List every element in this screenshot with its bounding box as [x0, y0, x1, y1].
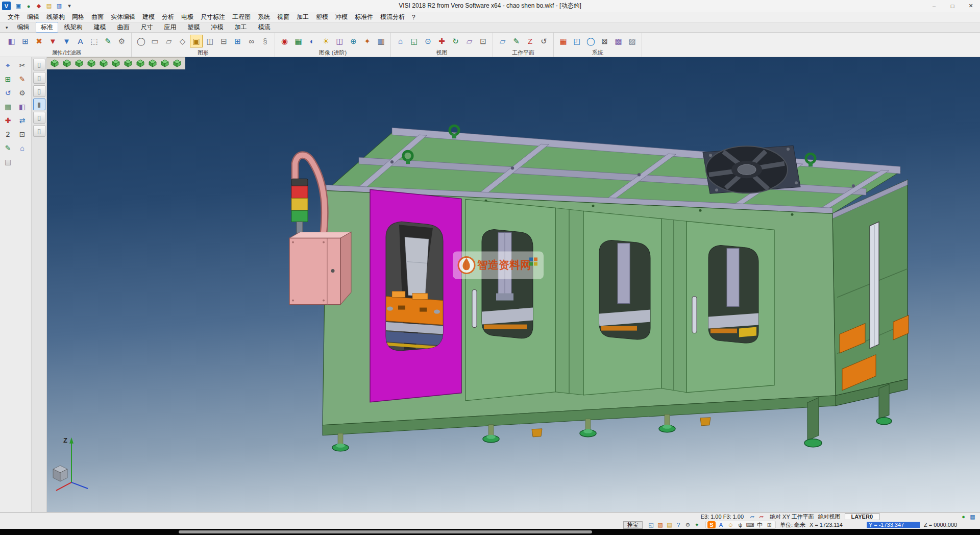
left-annotate-icon[interactable]: ✎ [2, 142, 14, 154]
ime-mic-icon[interactable]: ψ [736, 521, 745, 528]
rail-filter-2-icon[interactable]: ▯ [33, 72, 45, 84]
menu-drawing[interactable]: 工程图 [229, 12, 254, 22]
rail-filter-4-icon[interactable]: ▮ [33, 99, 45, 110]
filter-clear-icon[interactable]: ✖ [33, 35, 45, 47]
left-edit-icon[interactable]: ✎ [16, 73, 29, 85]
menu-electrode[interactable]: 电极 [178, 12, 197, 22]
cube-iso-icon[interactable] [61, 58, 72, 68]
menu-file[interactable]: 文件 [4, 12, 23, 22]
tab-die[interactable]: 冲模 [206, 22, 229, 33]
system-grid-icon[interactable]: ⊠ [598, 35, 611, 47]
menu-analysis[interactable]: 分析 [158, 12, 178, 22]
left-list-icon[interactable]: ▤ [2, 156, 14, 168]
workplane-indicator[interactable]: 绝对 XY 工作平面 [770, 513, 814, 521]
rail-filter-1-icon[interactable]: ▯ [33, 59, 45, 70]
multi-view-icon[interactable]: ◫ [333, 35, 346, 47]
status-render-icon[interactable]: ▨ [656, 521, 665, 528]
status-grid-icon[interactable]: ▦ [968, 513, 977, 520]
menu-machining[interactable]: 加工 [293, 12, 312, 22]
tab-application[interactable]: 应用 [159, 22, 182, 33]
zoom-extents-icon[interactable]: ⊙ [422, 35, 434, 47]
status-folder-icon[interactable]: ▤ [665, 521, 674, 528]
graphics-box-icon[interactable]: ▭ [149, 35, 161, 47]
ime-emoji-icon[interactable]: ☺ [726, 521, 735, 528]
graphics-split-icon[interactable]: ◫ [204, 35, 216, 47]
tab-plastic[interactable]: 塑膜 [183, 22, 205, 33]
ime-toolbox-icon[interactable]: ⊞ [765, 521, 774, 528]
menu-system[interactable]: 系统 [254, 12, 274, 22]
view-indicator[interactable]: 绝对视图 [818, 513, 841, 521]
left-swap-icon[interactable]: ⇄ [16, 114, 29, 127]
graphics-grid-icon[interactable]: ⊞ [231, 35, 244, 47]
graphics-link-icon[interactable]: ∞ [245, 35, 258, 47]
menu-help[interactable]: ? [408, 13, 419, 22]
rail-filter-5-icon[interactable]: ▯ [33, 112, 45, 124]
left-box-icon[interactable]: ⊡ [16, 128, 29, 140]
tab-wireframe[interactable]: 线架构 [59, 22, 88, 33]
right-end-panel[interactable] [832, 180, 909, 405]
settings-pair-icon[interactable]: ⚙ [115, 35, 128, 47]
shading-icon[interactable]: ◐ [306, 35, 318, 47]
qa-views-icon[interactable]: ▤ [44, 2, 54, 11]
layer-indicator[interactable]: LAYER0 [845, 513, 879, 520]
close-button[interactable]: ✕ [962, 0, 980, 12]
tab-machining[interactable]: 加工 [230, 22, 252, 33]
ime-chinese-icon[interactable]: 中 [755, 521, 764, 528]
system-options-icon[interactable]: ▨ [626, 35, 639, 47]
door-2[interactable] [465, 199, 555, 400]
menu-modeling[interactable]: 建模 [139, 12, 158, 22]
magenta-door[interactable] [370, 189, 461, 402]
tab-modeling[interactable]: 建模 [89, 22, 111, 33]
ime-language-icon[interactable]: A [717, 521, 725, 528]
ime-sogou-icon[interactable]: S [707, 521, 716, 528]
menu-wireframe[interactable]: 线架构 [43, 12, 68, 22]
machine-model[interactable] [289, 126, 909, 451]
qa-new-icon[interactable]: ▣ [14, 2, 23, 11]
menu-window[interactable]: 视窗 [274, 12, 293, 22]
left-undo-icon[interactable]: ↺ [2, 87, 14, 99]
menu-surface[interactable]: 曲面 [88, 12, 107, 22]
status-help-icon[interactable]: ? [674, 521, 683, 528]
cube-right-icon[interactable] [110, 58, 121, 68]
viewport-3d[interactable]: 智造资料网 Z [47, 57, 980, 512]
filter-icon[interactable]: ▼ [60, 35, 73, 47]
rail-filter-6-icon[interactable]: ▯ [33, 125, 45, 137]
tab-flow[interactable]: 模流 [253, 22, 276, 33]
minimize-button[interactable]: – [925, 0, 943, 12]
view-home-icon[interactable]: ⌂ [394, 35, 407, 47]
menu-mould[interactable]: 塑模 [312, 12, 332, 22]
attribute-copy-icon[interactable]: ⊞ [19, 35, 32, 47]
left-home-icon[interactable]: ⌂ [16, 142, 29, 154]
ime-keyboard-icon[interactable]: ⌨ [746, 521, 754, 528]
tab-overflow-caret-icon[interactable]: ▾ [2, 25, 12, 30]
left-snap-icon[interactable]: ⌖ [2, 59, 14, 71]
pan-icon[interactable]: ✚ [435, 35, 448, 47]
tab-edit[interactable]: 编辑 [12, 22, 35, 33]
system-monitor-icon[interactable]: ◰ [571, 35, 583, 47]
workplane-mini-icon[interactable]: ▱ [748, 513, 756, 520]
left-settings-icon[interactable]: ⚙ [16, 87, 29, 99]
tab-surface[interactable]: 曲面 [112, 22, 135, 33]
cube-bottom-icon[interactable] [135, 58, 146, 68]
render-mode-icon[interactable]: ◉ [278, 35, 291, 47]
menu-edit[interactable]: 编辑 [23, 12, 43, 22]
graphics-chain-icon[interactable]: § [259, 35, 272, 47]
workplane-edit-icon[interactable]: ✎ [510, 35, 523, 47]
qa-window-icon[interactable]: ▥ [55, 2, 64, 11]
cube-back-icon[interactable] [86, 58, 97, 68]
left-trim-icon[interactable]: ✂ [16, 59, 29, 71]
view-camera-icon[interactable]: ⊡ [477, 35, 489, 47]
status-effects-icon[interactable]: ✦ [693, 521, 701, 528]
menu-solid-edit[interactable]: 实体编辑 [107, 12, 139, 22]
maximize-button[interactable]: □ [943, 0, 962, 12]
graphics-section-icon[interactable]: ⊟ [217, 35, 230, 47]
filter-remove-icon[interactable]: ▼ [46, 35, 59, 47]
cooling-fan[interactable] [703, 145, 800, 193]
light-icon[interactable]: ☀ [320, 35, 332, 47]
cube-left-icon[interactable] [98, 58, 109, 68]
rotate-view-icon[interactable]: ↻ [449, 35, 462, 47]
system-globe-icon[interactable]: ◯ [584, 35, 597, 47]
graphics-plane-icon[interactable]: ▱ [162, 35, 175, 47]
system-colors-icon[interactable]: ▦ [557, 35, 570, 47]
status-sphere-icon[interactable]: ● [959, 513, 968, 520]
